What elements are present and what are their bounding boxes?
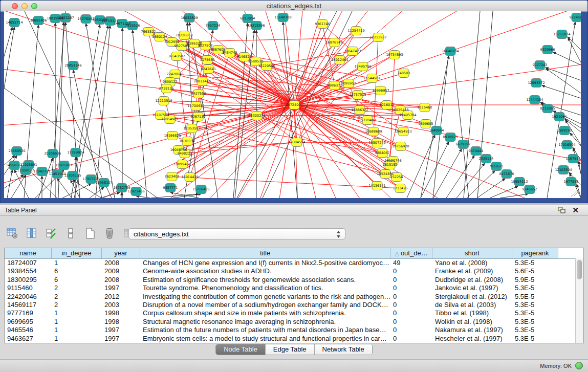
row-height-button[interactable] (63, 226, 78, 240)
tab-network-table[interactable]: Network Table (315, 344, 372, 355)
black-edge (86, 24, 115, 198)
node-label: 18220546 (258, 64, 275, 68)
table-row[interactable]: 946362711997Embryonic stem cells: a mode… (5, 335, 583, 343)
node-label: 19166825 (164, 134, 181, 138)
node-label: 22420046 (166, 72, 183, 76)
black-edge (133, 30, 147, 198)
table-row[interactable]: 977716911998Corpus callosum shape and si… (5, 309, 583, 317)
scrollbar-thumb[interactable] (577, 260, 582, 279)
table-row[interactable]: 969969511998Structural magnetic resonanc… (5, 318, 583, 326)
node-label: 8454749 (223, 51, 237, 55)
node-label: 16648784 (442, 49, 459, 53)
node-label: 12213519 (155, 99, 172, 103)
table-row[interactable]: 1456911722003Disruption of a novel membe… (5, 301, 583, 309)
table-cell: Wolkin et al. (1998) (432, 318, 512, 326)
table-cell: Investigating the contribution of common… (140, 293, 390, 301)
node-label: 28053346 (64, 63, 81, 68)
node-label: 12093572 (528, 81, 545, 85)
node-label: 17359924 (67, 150, 84, 155)
dropdown-arrows-icon (336, 230, 341, 238)
column-header-short[interactable]: short (432, 248, 512, 258)
table-row[interactable]: 2242004622012Investigating the contribut… (5, 293, 583, 301)
column-header-out_de[interactable]: △ out_de… (390, 248, 432, 258)
table-cell: 0 (390, 335, 432, 343)
tab-edge-table[interactable]: Edge Table (266, 344, 315, 355)
column-header-in_degree[interactable]: in_degree (52, 248, 102, 258)
table-cell: 18724007 (5, 259, 52, 267)
table-cell: Estimation of significance thresholds fo… (140, 276, 390, 284)
table-cell: 5.9E-5 (512, 276, 558, 284)
new-table-button[interactable] (83, 226, 97, 240)
node-label: 10025488 (391, 108, 408, 112)
node-label: 16914479 (181, 175, 198, 179)
float-panel-icon[interactable] (558, 207, 565, 214)
column-header-name[interactable]: name (5, 248, 52, 258)
delete-table-button[interactable] (102, 226, 117, 240)
table-cell: 22420046 (5, 293, 52, 301)
table-vertical-scrollbar[interactable] (575, 258, 583, 343)
network-window-titlebar[interactable]: citations_edges.txt (1, 1, 587, 12)
node-label: 2718126 (159, 86, 174, 91)
table-cell: 5.3E-5 (512, 326, 558, 334)
node-label: 7815526 (125, 24, 140, 28)
node-label: 7857224 (206, 24, 221, 28)
node-label: 1733426 (393, 186, 408, 190)
node-label: 9899605 (419, 122, 433, 126)
table-cell: Structural magnetic resonance image aver… (140, 318, 390, 326)
close-panel-icon[interactable]: ✕ (572, 206, 579, 215)
new-table-icon (84, 227, 96, 239)
table-cell: 5.3E-5 (512, 259, 558, 267)
table-cell: Changes of HCN gene expression and I(f) … (140, 259, 390, 267)
select-rows-icon (45, 227, 57, 239)
network-canvas[interactable]: 1405571430691406188390661065328715276062… (4, 11, 581, 198)
table-cell: 18300295 (5, 276, 52, 284)
node-label: 10653287 (57, 16, 74, 20)
select-rows-button[interactable] (44, 226, 58, 240)
node-label: 15148708 (274, 15, 291, 19)
node-label: 11451944 (49, 172, 66, 176)
column-header-year[interactable]: year (102, 248, 140, 258)
table-row[interactable]: 1872400712008Changes of HCN gene express… (5, 259, 583, 267)
table-options-button[interactable] (5, 226, 19, 240)
show-columns-button[interactable] (25, 226, 39, 240)
node-label: 9884067 (375, 151, 390, 155)
node-label: 19854982 (161, 117, 178, 121)
node-label: 10756928 (392, 144, 409, 148)
table-cell: Tourette syndrome. Phenomenology and cla… (140, 284, 390, 292)
column-header-title[interactable]: title (140, 248, 390, 258)
delete-table-icon (103, 227, 116, 239)
node-label: 1167533 (566, 157, 581, 161)
table-cell: 2009 (102, 267, 140, 275)
node-label: 16876348 (325, 40, 342, 45)
node-label: 748503 (398, 71, 410, 75)
node-label: 6813054 (241, 16, 255, 20)
table-cell: 2 (52, 293, 102, 301)
table-cell: 0 (390, 293, 432, 301)
table-selector-dropdown[interactable]: citations_edges.txt (128, 228, 345, 239)
memory-status-icon[interactable] (575, 362, 583, 369)
node-label: 10688609 (365, 129, 382, 134)
tab-node-table[interactable]: Node Table (216, 344, 266, 355)
node-label: 16886322 (351, 108, 368, 112)
node-label: 18807249 (368, 141, 385, 145)
canvas-resize-grip[interactable] (571, 189, 579, 196)
table-row[interactable]: 946554611997Estimation of the future num… (5, 326, 583, 334)
table-cell: 5.3E-5 (512, 284, 558, 292)
table-cell: de Silva et al. (2003) (432, 301, 512, 309)
table-row[interactable]: 911546021997Tourette syndrome. Phenomeno… (5, 284, 583, 292)
black-edge (542, 85, 581, 98)
red-edge (161, 115, 257, 116)
node-label: 26160520 (8, 149, 25, 153)
table-cell: 0 (390, 301, 432, 309)
column-header-pagerank[interactable]: pagerank (512, 248, 558, 258)
table-cell: 9699695 (5, 318, 52, 326)
red-edge (374, 37, 378, 132)
node-label: 16958107 (95, 181, 112, 185)
node-label: 9427552 (191, 92, 206, 96)
node-label: 12444154 (526, 98, 543, 102)
table-row[interactable]: 1830029562008Estimation of significance … (5, 276, 583, 284)
black-edge (136, 196, 150, 198)
table-cell: 9115460 (5, 284, 52, 292)
table-cell: 0 (390, 267, 432, 275)
table-row[interactable]: 1938455462009Genome-wide association stu… (5, 267, 583, 275)
